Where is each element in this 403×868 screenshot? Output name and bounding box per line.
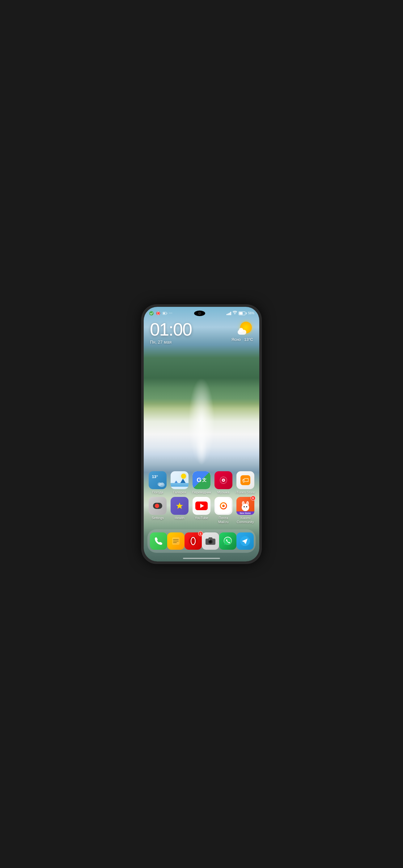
- clock-date: Пн, 27 мая: [150, 340, 192, 345]
- telegram-icon[interactable]: [237, 532, 254, 550]
- dock: 1: [147, 529, 256, 553]
- svg-point-37: [245, 508, 246, 508]
- pochta-app-label: Почта Mail.ru: [214, 516, 233, 524]
- svg-point-35: [244, 506, 245, 507]
- clock-time: 01:00: [150, 320, 192, 338]
- itunes-app-label: iTunes Store: [236, 490, 255, 494]
- app-itunes[interactable]: 🏷 iTunes Store: [235, 471, 256, 494]
- opera-icon[interactable]: 1: [185, 532, 202, 550]
- phone-icon[interactable]: [150, 532, 167, 550]
- battery-body: [239, 311, 245, 315]
- app-settings[interactable]: Settings: [147, 497, 168, 524]
- home-indicator[interactable]: [144, 555, 259, 561]
- svg-point-36: [246, 506, 247, 507]
- dock-camera[interactable]: [202, 532, 219, 550]
- settings-toggle: [153, 503, 162, 509]
- youtube-app-icon[interactable]: [192, 497, 211, 515]
- svg-point-8: [161, 483, 164, 486]
- screen-content: ···: [144, 307, 259, 561]
- svg-rect-5: [167, 313, 167, 314]
- camera-icon[interactable]: [202, 532, 219, 550]
- settings-dot: [155, 504, 159, 508]
- app-gallery[interactable]: Галерея: [169, 471, 190, 494]
- translate-app-icon[interactable]: G 文: [192, 471, 211, 489]
- cloud-icon: [238, 330, 246, 335]
- dock-notes[interactable]: [167, 532, 185, 550]
- gallery-app-label: Галерея: [173, 490, 186, 494]
- battery-fill: [239, 312, 243, 315]
- app-weather[interactable]: 13° Погода: [147, 471, 168, 494]
- xiaomi-badge: 9: [251, 496, 256, 501]
- dock-telegram[interactable]: [237, 532, 254, 550]
- youtube-app-label: YouTube: [195, 516, 208, 520]
- svg-point-11: [223, 479, 224, 481]
- signal-bar-3: [229, 313, 230, 315]
- app-xiaomi[interactable]: New Home 9 Xiaomi Community: [235, 497, 256, 524]
- xiaomi-app-label: Xiaomi Community: [236, 516, 255, 524]
- weather-temperature: 13°C: [244, 337, 253, 342]
- dock-phone[interactable]: [150, 532, 167, 550]
- opera-status-icon: [155, 311, 161, 316]
- svg-marker-24: [176, 502, 183, 509]
- weather-app-icon[interactable]: 13°: [149, 471, 166, 489]
- weather-temp-label: 13°: [152, 474, 158, 479]
- music-app-icon[interactable]: [215, 471, 232, 489]
- health-app-icon[interactable]: [170, 497, 188, 515]
- app-pochta[interactable]: Почта Mail.ru: [213, 497, 234, 524]
- front-camera: [194, 311, 205, 316]
- app-music[interactable]: Музыка: [213, 471, 234, 494]
- notes-icon[interactable]: [167, 532, 185, 550]
- battery-small-icon: [162, 311, 168, 316]
- wallpaper-spacer: [144, 345, 259, 471]
- gallery-app-icon[interactable]: [170, 471, 188, 489]
- app-health[interactable]: Health: [169, 497, 190, 524]
- pochta-app-icon[interactable]: [215, 497, 232, 515]
- signal-bar-2: [228, 313, 229, 315]
- settings-bg: [149, 497, 166, 515]
- whatsapp-icon[interactable]: [219, 532, 237, 550]
- signal-bar-4: [230, 312, 231, 315]
- status-bar: ···: [144, 307, 259, 318]
- app-translate[interactable]: G 文 Переводчик: [191, 471, 212, 494]
- weather-app-label: Погода: [152, 490, 163, 494]
- svg-point-34: [242, 504, 249, 511]
- dock-opera[interactable]: 1: [185, 532, 202, 550]
- phone-frame: ···: [141, 304, 262, 564]
- dock-whatsapp[interactable]: [219, 532, 237, 550]
- music-app-label: Музыка: [217, 490, 229, 494]
- status-left: ···: [149, 311, 173, 316]
- svg-point-47: [210, 541, 211, 542]
- opera-badge: 1: [198, 531, 203, 536]
- xiaomi-sublabel: New Home: [237, 512, 254, 515]
- translate-bg: G 文: [192, 471, 211, 489]
- weather-condition: Ясно: [231, 337, 241, 342]
- wifi-icon: [233, 311, 237, 315]
- app-youtube[interactable]: YouTube: [191, 497, 212, 524]
- pochta-bg: [216, 498, 231, 514]
- check-icon: [149, 311, 154, 316]
- status-extra-dots: ···: [169, 311, 173, 315]
- status-right: 56%: [226, 311, 254, 315]
- svg-text:🏷: 🏷: [242, 476, 249, 484]
- app-grid: 13° Погода: [144, 471, 259, 529]
- xiaomi-app-icon[interactable]: New Home 9: [237, 497, 254, 515]
- weather-widget[interactable]: Ясно 13°C: [231, 320, 253, 342]
- svg-point-1: [156, 311, 160, 315]
- app-row-1: 13° Погода: [147, 471, 256, 494]
- battery-indicator: [239, 311, 247, 315]
- svg-rect-4: [163, 312, 165, 314]
- signal-bar-1: [226, 314, 227, 315]
- settings-app-icon[interactable]: [149, 497, 166, 515]
- clock-weather-widget: 01:00 Пн, 27 мая Ясно 13°C: [144, 318, 259, 345]
- weather-text: Ясно 13°C: [231, 337, 253, 342]
- signal-icon: [226, 311, 231, 315]
- itunes-app-icon[interactable]: 🏷: [237, 471, 254, 489]
- translate-app-label: Переводчик: [192, 490, 211, 494]
- weather-icon: [238, 320, 253, 336]
- phone-screen: ···: [144, 307, 259, 561]
- battery-percentage: 56%: [248, 311, 254, 315]
- settings-app-label: Settings: [152, 516, 164, 520]
- svg-point-48: [209, 539, 210, 540]
- health-app-label: Health: [175, 516, 185, 520]
- app-row-2: Settings Health: [147, 497, 256, 524]
